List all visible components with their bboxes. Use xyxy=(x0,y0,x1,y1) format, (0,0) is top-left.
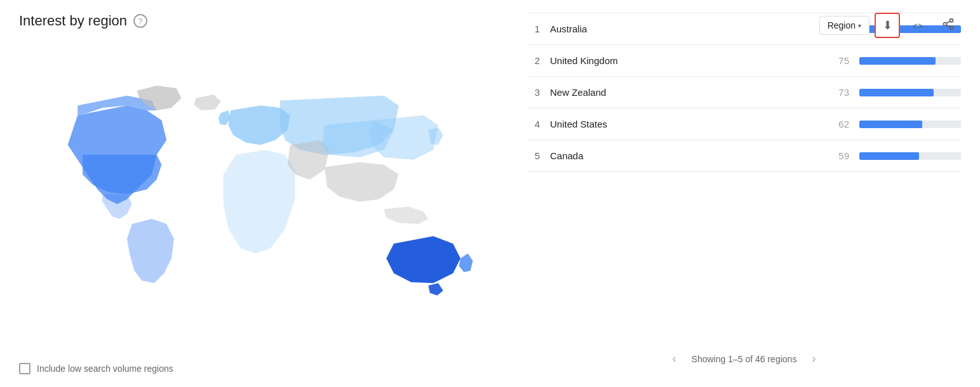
share-button[interactable] xyxy=(936,13,961,38)
footer-checkbox-row: Include low search volume regions xyxy=(19,357,502,374)
next-page-button[interactable]: › xyxy=(807,350,821,368)
score-bar-fill xyxy=(859,121,922,128)
svg-line-4 xyxy=(946,25,950,27)
page-title: Interest by region xyxy=(19,13,127,29)
svg-point-2 xyxy=(944,23,947,26)
score-bar-fill xyxy=(859,152,919,160)
score-bar-fill xyxy=(859,89,934,96)
pagination: ‹ Showing 1–5 of 46 regions › xyxy=(527,337,961,374)
region-label: Region xyxy=(828,20,856,30)
share-icon xyxy=(942,18,955,33)
region-list: 1 Australia 100 2 United Kingdom 75 3 Ne… xyxy=(527,13,961,337)
chevron-down-icon: ▾ xyxy=(858,22,861,29)
help-icon[interactable]: ? xyxy=(133,14,147,28)
country-name: United States xyxy=(550,119,819,129)
download-button[interactable]: ⬇ xyxy=(875,13,900,38)
table-row[interactable]: 3 New Zealand 73 xyxy=(527,77,961,108)
rank-number: 1 xyxy=(527,23,540,34)
country-name: Canada xyxy=(550,150,819,161)
score-bar-container xyxy=(859,152,961,160)
svg-point-3 xyxy=(950,26,953,29)
world-map xyxy=(38,72,483,326)
map-area xyxy=(19,42,502,357)
score-bar-container xyxy=(859,121,961,128)
svg-point-1 xyxy=(950,19,953,22)
country-name: United Kingdom xyxy=(550,55,819,66)
score-value: 59 xyxy=(829,150,849,161)
score-bar-container xyxy=(859,57,961,65)
rank-number: 3 xyxy=(527,87,540,98)
score-value: 75 xyxy=(829,55,849,66)
checkbox-label: Include low search volume regions xyxy=(37,364,173,374)
low-volume-checkbox[interactable] xyxy=(19,363,30,374)
code-icon: <> xyxy=(912,20,923,31)
embed-button[interactable]: <> xyxy=(905,13,930,38)
score-value: 73 xyxy=(829,87,849,98)
country-name: New Zealand xyxy=(550,87,819,98)
rank-number: 2 xyxy=(527,55,540,66)
table-row[interactable]: 4 United States 62 xyxy=(527,108,961,140)
right-panel: 1 Australia 100 2 United Kingdom 75 3 Ne… xyxy=(502,13,961,374)
region-dropdown[interactable]: Region ▾ xyxy=(819,16,869,35)
table-row[interactable]: 5 Canada 59 xyxy=(527,140,961,172)
title-group: Interest by region ? xyxy=(19,13,147,29)
pagination-label: Showing 1–5 of 46 regions xyxy=(692,354,797,364)
score-value: 62 xyxy=(829,119,849,129)
svg-line-5 xyxy=(946,21,950,23)
download-icon: ⬇ xyxy=(883,18,892,32)
score-bar-fill xyxy=(859,57,936,65)
prev-page-button[interactable]: ‹ xyxy=(668,350,681,368)
rank-number: 4 xyxy=(527,119,540,129)
toolbar: Region ▾ ⬇ <> xyxy=(819,13,961,38)
left-panel: Interest by region ? xyxy=(19,13,502,374)
score-bar-container xyxy=(859,89,961,96)
table-row[interactable]: 2 United Kingdom 75 xyxy=(527,45,961,77)
rank-number: 5 xyxy=(527,150,540,161)
header-row: Interest by region ? xyxy=(19,13,502,29)
country-name: Australia xyxy=(550,23,819,34)
